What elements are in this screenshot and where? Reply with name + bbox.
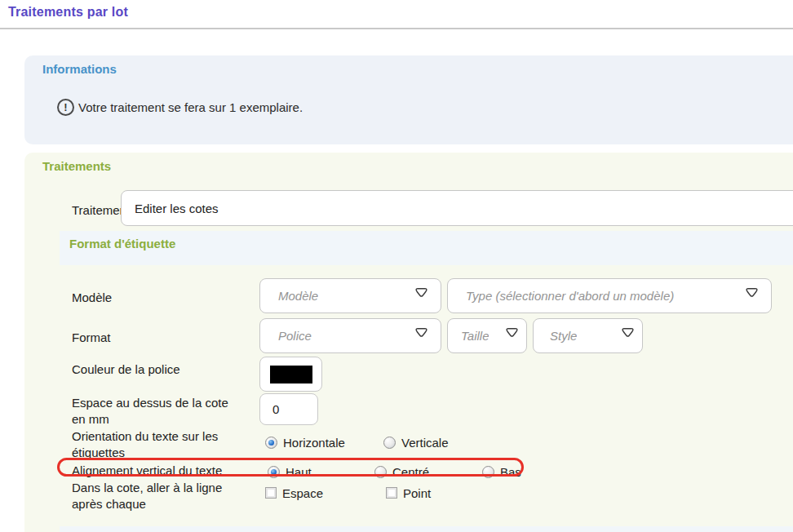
- style-placeholder: Style: [550, 329, 577, 343]
- batch-processing-page: Traitements par lot Informations ! Votre…: [0, 0, 793, 532]
- traitements-panel: Traitements Traitement Editer les cotes …: [24, 153, 793, 532]
- police-combobox[interactable]: Police: [259, 318, 441, 353]
- dropdown-icon: [620, 326, 636, 345]
- title-divider: [0, 28, 793, 29]
- checkbox-point[interactable]: Point: [386, 486, 431, 499]
- radio-haut-label: Haut: [286, 465, 312, 479]
- informations-heading: Informations: [42, 62, 117, 76]
- font-color-picker-button[interactable]: [259, 357, 322, 392]
- format-etiquette-heading: Format d'étiquette: [69, 237, 175, 250]
- taille-combobox[interactable]: Taille: [447, 318, 527, 353]
- checkbox-espace-label: Espace: [282, 486, 323, 500]
- alert-circle-icon: !: [57, 99, 74, 116]
- checkbox-point-label: Point: [403, 486, 431, 500]
- modele-placeholder: Modèle: [278, 289, 318, 303]
- radio-button-icon[interactable]: [268, 466, 280, 478]
- dropdown-icon: [414, 326, 429, 345]
- alignement-label: Alignement vertical du texte: [72, 463, 258, 479]
- checkbox-icon[interactable]: [265, 487, 277, 499]
- espace-input[interactable]: [259, 393, 318, 425]
- treatment-select-value: Editer les cotes: [135, 202, 219, 215]
- radio-button-icon[interactable]: [383, 437, 396, 449]
- dropdown-icon: [414, 286, 429, 305]
- retour-ligne-label: Dans la cote, aller à la ligne après cha…: [72, 480, 258, 512]
- informations-message-row: ! Votre traitement se fera sur 1 exempla…: [57, 99, 303, 116]
- radio-button-icon[interactable]: [374, 466, 387, 478]
- radio-horizontale-label: Horizontale: [283, 436, 345, 450]
- modele-label: Modèle: [72, 290, 258, 306]
- radio-verticale-label: Verticale: [401, 436, 449, 450]
- radio-bas-label: Bas: [500, 465, 521, 479]
- radio-verticale[interactable]: Verticale: [383, 436, 449, 449]
- dropdown-icon: [744, 286, 760, 305]
- dropdown-icon: [504, 326, 520, 345]
- checkbox-icon[interactable]: [386, 487, 397, 499]
- type-placeholder: Type (sélectionner d'abord un modèle): [466, 289, 674, 303]
- orientation-label: Orientation du texte sur les étiquettes: [72, 428, 258, 461]
- radio-horizontale[interactable]: Horizontale: [265, 436, 345, 449]
- taille-placeholder: Taille: [461, 329, 489, 343]
- radio-haut[interactable]: Haut: [268, 465, 312, 478]
- police-placeholder: Police: [278, 329, 312, 343]
- radio-centre[interactable]: Centré: [374, 465, 429, 478]
- next-section-band: [60, 526, 793, 532]
- radio-button-icon[interactable]: [482, 466, 494, 478]
- type-combobox[interactable]: Type (sélectionner d'abord un modèle): [447, 278, 772, 313]
- checkbox-espace[interactable]: Espace: [265, 486, 323, 499]
- page-title: Traitements par lot: [8, 5, 128, 20]
- informations-message: Votre traitement se fera sur 1 exemplair…: [78, 100, 303, 114]
- style-combobox[interactable]: Style: [533, 318, 643, 353]
- traitements-heading: Traitements: [42, 159, 111, 173]
- informations-panel: Informations ! Votre traitement se fera …: [24, 55, 793, 144]
- treatment-select[interactable]: Editer les cotes: [121, 190, 793, 226]
- couleur-label: Couleur de la police: [72, 361, 258, 378]
- radio-button-icon[interactable]: [265, 437, 277, 449]
- modele-combobox[interactable]: Modèle: [259, 278, 441, 313]
- format-label: Format: [72, 330, 258, 346]
- espace-label: Espace au dessus de la cote en mm: [72, 395, 258, 428]
- radio-bas[interactable]: Bas: [482, 465, 521, 478]
- color-swatch: [270, 366, 312, 383]
- format-etiquette-band: Format d'étiquette: [60, 231, 793, 265]
- radio-centre-label: Centré: [392, 465, 429, 479]
